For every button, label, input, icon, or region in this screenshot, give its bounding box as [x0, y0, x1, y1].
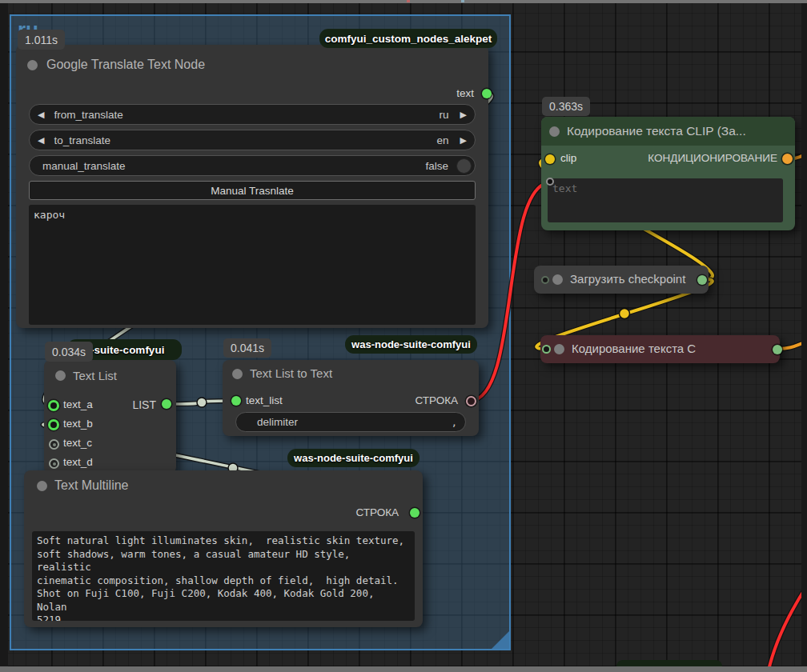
input-socket-text-a[interactable]	[48, 400, 59, 411]
input-label-text-a: text_a	[63, 398, 93, 410]
delimiter-widget[interactable]: delimiter ,	[235, 412, 466, 432]
collapsed-output-socket[interactable]	[697, 275, 707, 285]
collapse-dot[interactable]	[27, 60, 38, 70]
output-label-stroka: СТРОКА	[415, 394, 458, 406]
output-socket-conditioning[interactable]	[782, 154, 793, 164]
output-label-text: text	[456, 87, 474, 99]
collapse-dot[interactable]	[232, 369, 243, 379]
widget-value: false	[425, 160, 448, 172]
input-socket-text-c[interactable]	[49, 439, 59, 450]
collapsed-output-socket[interactable]	[773, 345, 782, 354]
output-label-list: LIST	[132, 398, 156, 411]
node-title: Кодирование текста CLIP (За...	[567, 124, 746, 138]
output-label-stroka: СТРОКА	[355, 506, 399, 518]
from-translate-widget[interactable]: ◀ from_translate ru ▶	[29, 104, 476, 125]
node-title: Загрузить checkpoint	[570, 272, 685, 286]
output-socket-list[interactable]	[162, 399, 171, 409]
input-label-text-b: text_b	[63, 418, 93, 430]
collapsed-input-socket[interactable]	[542, 345, 551, 354]
window-speck	[461, 0, 464, 2]
widget-label: delimiter	[257, 416, 298, 428]
collapse-dot[interactable]	[549, 126, 560, 137]
node-text-list[interactable]: Text List text_a text_b text_c text_d LI…	[44, 360, 176, 474]
pack-badge-list-to-text: was-node-suite-comfyui	[345, 335, 477, 354]
time-badge-text-list: 0.034s	[45, 342, 93, 362]
output-socket-text[interactable]	[482, 89, 492, 98]
prev-arrow-icon[interactable]: ◀	[38, 110, 44, 120]
next-arrow-icon[interactable]: ▶	[460, 110, 467, 120]
input-label-clip: clip	[560, 152, 576, 164]
input-socket-text-list[interactable]	[231, 396, 241, 406]
node-clip-text-encode[interactable]: Кодирование текста CLIP (За... clip КОНД…	[541, 117, 795, 230]
widget-value: en	[437, 134, 449, 146]
pack-badge-multiline: was-node-suite-comfyui	[287, 449, 420, 467]
toggle-knob[interactable]	[456, 158, 472, 174]
prev-arrow-icon[interactable]: ◀	[38, 135, 44, 146]
next-arrow-icon[interactable]: ▶	[460, 135, 467, 146]
widget-label: to_translate	[54, 134, 110, 146]
node-load-checkpoint[interactable]: Загрузить checkpoint	[534, 266, 709, 294]
text-widget-input[interactable]: text	[548, 178, 783, 222]
collapse-dot[interactable]	[554, 344, 564, 354]
output-socket-stroka[interactable]	[410, 508, 420, 518]
node-title: Google Translate Text Node	[46, 58, 205, 72]
bottom-window-edge	[0, 666, 807, 672]
node-title: Text List	[73, 369, 117, 382]
widget-value: ,	[452, 417, 457, 428]
node-text-encode-c[interactable]: Кодирование текста C	[540, 335, 780, 363]
node-google-translate[interactable]: Google Translate Text Node text ◀ from_t…	[16, 45, 488, 328]
input-label-text-d: text_d	[63, 456, 93, 468]
right-edge	[801, 0, 807, 672]
widget-label: manual_translate	[42, 160, 126, 172]
output-socket-stroka[interactable]	[466, 396, 476, 406]
collapse-dot[interactable]	[37, 481, 47, 491]
left-edge	[0, 0, 8, 672]
collapse-dot[interactable]	[552, 274, 563, 285]
collapse-dot[interactable]	[55, 370, 66, 381]
comfyui-canvas[interactable]: ru	[0, 0, 807, 672]
time-badge-list-to-text: 0.041s	[223, 338, 271, 358]
input-socket-clip[interactable]	[545, 154, 555, 164]
input-socket-text-d[interactable]	[49, 458, 59, 469]
to-translate-widget[interactable]: ◀ to_translate en ▶	[29, 130, 476, 150]
window-speck	[407, 0, 410, 2]
widget-value: ru	[440, 109, 449, 121]
top-window-edge	[0, 0, 807, 3]
multiline-text-input[interactable]: Soft natural light illuminates skin, rea…	[32, 531, 415, 621]
collapsed-input-socket[interactable]	[541, 276, 549, 284]
node-title: Text List to Text	[250, 366, 332, 380]
input-socket-text[interactable]	[546, 178, 554, 186]
node-title: Кодирование текста C	[572, 342, 696, 355]
pack-badge-google: comfyui_custom_nodes_alekpet	[319, 29, 497, 48]
output-label-conditioning: КОНДИЦИОНИРОВАНИЕ	[648, 152, 777, 164]
translate-text-input[interactable]: кароч	[29, 205, 476, 325]
input-socket-text-b[interactable]	[48, 419, 59, 430]
manual-translate-button[interactable]: Manual Trasnlate	[29, 181, 476, 200]
node-text-list-to-text[interactable]: Text List to Text text_list СТРОКА delim…	[223, 360, 479, 436]
manual-translate-toggle[interactable]: manual_translate false	[29, 155, 476, 176]
time-badge-clip: 0.363s	[542, 97, 590, 116]
widget-label: from_translate	[54, 109, 122, 121]
time-badge-google: 1.011s	[18, 30, 65, 50]
node-text-multiline[interactable]: Text Multiline СТРОКА Soft natural light…	[24, 470, 423, 627]
node-title: Text Multiline	[54, 478, 128, 493]
input-label-text-c: text_c	[63, 437, 92, 449]
input-label-text-list: text_list	[246, 394, 283, 406]
